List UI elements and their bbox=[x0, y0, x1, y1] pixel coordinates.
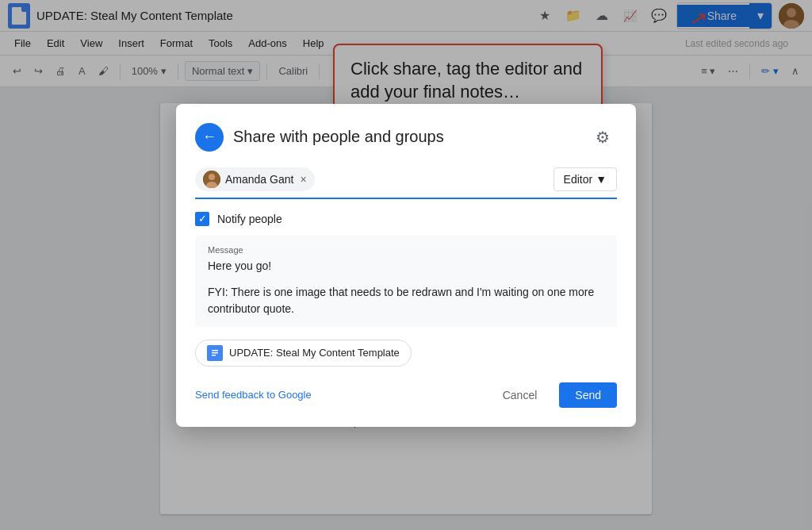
notify-row: ✓ Notify people bbox=[195, 212, 617, 226]
svg-rect-7 bbox=[212, 350, 218, 351]
svg-point-4 bbox=[209, 174, 215, 180]
gear-icon: ⚙ bbox=[596, 128, 610, 147]
check-icon: ✓ bbox=[198, 213, 207, 225]
notify-label: Notify people bbox=[217, 213, 282, 225]
send-button[interactable]: Send bbox=[559, 382, 617, 408]
message-line1: Here you go! bbox=[208, 258, 604, 275]
svg-rect-9 bbox=[212, 355, 216, 356]
doc-chip-label: UPDATE: Steal My Content Template bbox=[229, 347, 400, 359]
feedback-link[interactable]: Send feedback to Google bbox=[195, 389, 312, 401]
modal-overlay: ← Share with people and groups ⚙ Amanda … bbox=[0, 0, 812, 530]
modal-header-left: ← Share with people and groups bbox=[195, 123, 444, 152]
modal-footer: Send feedback to Google Cancel Send bbox=[195, 382, 617, 408]
message-box[interactable]: Message Here you go! FYI: There is one i… bbox=[195, 236, 617, 327]
role-dropdown[interactable]: Editor ▼ bbox=[553, 167, 617, 191]
message-label: Message bbox=[208, 245, 604, 255]
settings-button[interactable]: ⚙ bbox=[588, 123, 617, 152]
back-icon: ← bbox=[202, 129, 216, 145]
recipient-avatar bbox=[203, 171, 220, 188]
back-button[interactable]: ← bbox=[195, 123, 224, 152]
cancel-button[interactable]: Cancel bbox=[490, 382, 550, 408]
recipient-name: Amanda Gant bbox=[225, 173, 293, 186]
doc-chip[interactable]: UPDATE: Steal My Content Template bbox=[195, 340, 412, 367]
doc-chip-icon bbox=[207, 345, 223, 361]
notify-checkbox[interactable]: ✓ bbox=[195, 212, 209, 226]
recipient-row: Amanda Gant × Editor ▼ bbox=[195, 167, 617, 199]
role-label: Editor bbox=[564, 173, 593, 186]
footer-buttons: Cancel Send bbox=[490, 382, 617, 408]
recipient-chip[interactable]: Amanda Gant × bbox=[195, 167, 315, 191]
svg-rect-8 bbox=[212, 352, 218, 354]
message-line3: FYI: There is one image that needs to be… bbox=[208, 284, 604, 317]
share-modal: ← Share with people and groups ⚙ Amanda … bbox=[176, 104, 636, 427]
modal-title: Share with people and groups bbox=[233, 128, 444, 146]
chip-close-icon[interactable]: × bbox=[300, 173, 306, 186]
role-chevron-icon: ▼ bbox=[596, 173, 607, 186]
modal-header: ← Share with people and groups ⚙ bbox=[195, 123, 617, 152]
